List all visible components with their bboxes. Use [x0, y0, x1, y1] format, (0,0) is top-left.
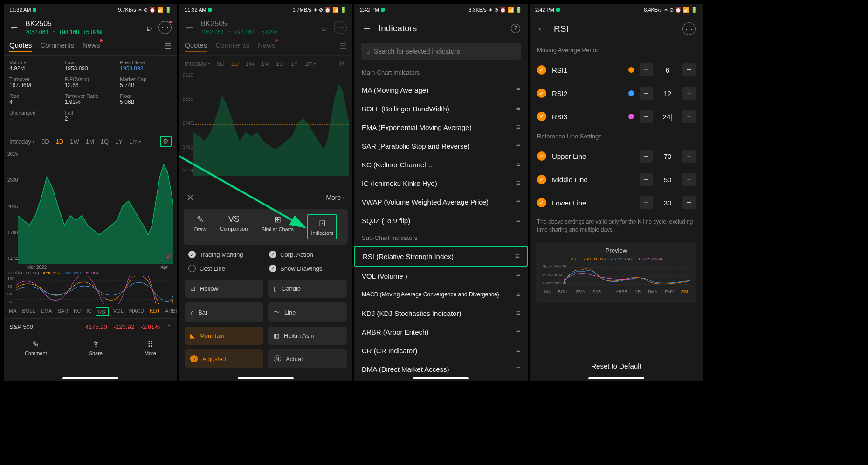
home-bar[interactable]: [62, 377, 118, 379]
minus-button[interactable]: −: [640, 173, 653, 186]
home-bar[interactable]: [238, 377, 294, 379]
indicator-item[interactable]: RSI (Relative Strength Index)≡: [354, 246, 528, 267]
check-icon[interactable]: ✓: [537, 89, 546, 98]
timeframe-5d[interactable]: 5D: [217, 60, 225, 67]
check-icon[interactable]: ✓: [537, 65, 546, 75]
minus-button[interactable]: −: [640, 110, 653, 123]
minus-button[interactable]: −: [640, 87, 653, 100]
search-icon[interactable]: ⌕: [146, 22, 152, 33]
indicator-item[interactable]: KDJ (KDJ Stochastics Indicator)≡: [354, 304, 528, 322]
type-candle[interactable]: ▯Candle: [268, 280, 347, 298]
drag-icon[interactable]: ≡: [516, 216, 520, 225]
plus-button[interactable]: +: [682, 110, 696, 123]
drag-icon[interactable]: ≡: [516, 309, 520, 317]
more-icon[interactable]: ⋯: [682, 22, 696, 35]
color-dot[interactable]: [628, 90, 634, 96]
close-icon[interactable]: ✕: [186, 192, 194, 203]
minus-button[interactable]: −: [640, 63, 653, 76]
indicator-item[interactable]: ARBR (Arbor Entech)≡: [354, 322, 528, 341]
type-bar[interactable]: ⫯Bar: [185, 302, 263, 322]
nav-share[interactable]: ⇪Share: [89, 339, 103, 356]
back-icon[interactable]: ←: [185, 21, 195, 34]
indicator-item[interactable]: VOL (Volume )≡: [354, 267, 528, 285]
plus-button[interactable]: +: [682, 150, 696, 163]
tab-quotes[interactable]: Quotes: [9, 39, 32, 52]
tab-news[interactable]: News: [83, 39, 100, 52]
home-bar[interactable]: [588, 377, 644, 379]
drag-icon[interactable]: ≡: [516, 123, 520, 131]
indicator-tab-kdj[interactable]: KDJ: [148, 307, 161, 316]
chart-settings-icon[interactable]: ⚙: [337, 59, 347, 68]
indicator-item[interactable]: KC (Keltner Channel…≡: [354, 155, 528, 174]
minus-button[interactable]: −: [640, 196, 653, 209]
timeframe-1w[interactable]: 1W: [70, 138, 79, 145]
timeframe-1q[interactable]: 1Q: [276, 60, 284, 67]
indicator-item[interactable]: BOLL (Bollinger BandWidth)≡: [354, 99, 528, 118]
timeframe-intraday[interactable]: Intraday: [9, 138, 35, 145]
check-drawings[interactable]: ✓Show Drawings: [269, 265, 343, 272]
tool-similar[interactable]: ⊞Similar Charts: [262, 214, 294, 239]
timeframe-1q[interactable]: 1Q: [101, 138, 109, 145]
indicator-tab-boll[interactable]: BOLL: [21, 307, 37, 316]
expand-chevron[interactable]: ⌃: [4, 126, 177, 133]
timeframe-1m[interactable]: 1m: [304, 60, 317, 67]
indicator-item[interactable]: CR (CR Indicator)≡: [354, 341, 528, 360]
nav-comment[interactable]: ✎Comment: [25, 339, 47, 356]
plus-button[interactable]: +: [682, 196, 696, 209]
reset-button[interactable]: Reset to Default: [536, 356, 696, 376]
indicator-tab-vol[interactable]: VOL: [112, 307, 125, 316]
timeframe-1y[interactable]: 1Y: [290, 60, 298, 67]
type-actual[interactable]: NActual: [268, 349, 347, 368]
check-icon[interactable]: ✓: [537, 198, 546, 207]
tab-comments[interactable]: Comments: [40, 39, 74, 52]
drag-icon[interactable]: ≡: [516, 160, 520, 169]
indicator-tab-kc[interactable]: KC: [72, 307, 82, 316]
check-icon[interactable]: ✓: [537, 175, 546, 184]
back-icon[interactable]: ←: [9, 21, 20, 34]
check-icon[interactable]: ✓: [537, 151, 546, 161]
indicator-tab-arbr[interactable]: ARBR: [164, 307, 177, 316]
drag-icon[interactable]: ≡: [516, 290, 520, 299]
color-dot[interactable]: [628, 67, 634, 73]
indicator-item[interactable]: SAR (Parabolic Stop and Reverse)≡: [354, 137, 528, 155]
type-mountain[interactable]: ◣Mountain: [185, 327, 263, 345]
timeframe-1m[interactable]: 1m: [129, 138, 141, 145]
type-hollow[interactable]: ⊡Hollow: [185, 280, 263, 298]
search-icon[interactable]: ⌕: [322, 22, 327, 33]
help-icon[interactable]: ?: [511, 24, 520, 33]
indicator-tab-rsi[interactable]: RSI: [96, 307, 109, 316]
more-icon[interactable]: ⋯: [158, 21, 172, 34]
search-input[interactable]: ⌕ Search for selected indicators: [361, 43, 521, 60]
bottom-ticker[interactable]: S&P 500 4175.20 -120.92 -2.81% ⌃: [4, 318, 177, 335]
indicator-item[interactable]: VWAP (Volume Weighted Average Price)≡: [354, 192, 528, 211]
timeframe-1y[interactable]: 1Y: [115, 138, 123, 145]
price-chart[interactable]: 26152330204517601474: [179, 71, 352, 183]
more-link[interactable]: More›: [326, 194, 345, 201]
chart-settings-icon[interactable]: ⚙: [160, 136, 172, 147]
more-icon[interactable]: ⋯: [334, 21, 347, 34]
back-icon[interactable]: ←: [362, 22, 372, 34]
indicator-tab-ma[interactable]: MA: [7, 307, 18, 316]
indicator-item[interactable]: IC (Ichimoku Kinko Hyo)≡: [354, 174, 528, 192]
tool-comparison[interactable]: VSComparison: [220, 214, 248, 239]
price-chart[interactable]: 26152330204517601474 ⤢ Mar 2022Apr: [4, 150, 177, 271]
drag-icon[interactable]: ≡: [516, 142, 520, 150]
timeframe-1m[interactable]: 1M: [86, 138, 94, 145]
color-dot[interactable]: [628, 114, 634, 119]
indicator-item[interactable]: MACD (Moving Average Convergence and Div…: [354, 285, 528, 304]
timeframe-1m[interactable]: 1M: [261, 60, 269, 67]
tool-draw[interactable]: ✎Draw: [194, 214, 207, 239]
nav-more[interactable]: ⠿More: [145, 339, 156, 356]
type-line[interactable]: 〜Line: [268, 302, 347, 322]
indicator-item[interactable]: EMA (Exponential Moving Average)≡: [354, 118, 528, 137]
timeframe-1d[interactable]: 1D: [231, 60, 239, 67]
timeframe-1d[interactable]: 1D: [56, 138, 64, 145]
indicator-item[interactable]: SQJZ (To 9 flip)≡: [354, 211, 528, 230]
type-heikin[interactable]: ◧Heikin Ashi: [268, 327, 347, 345]
check-trading[interactable]: ✓Trading Marking: [188, 251, 262, 258]
drag-icon[interactable]: ≡: [516, 198, 520, 206]
drag-icon[interactable]: ≡: [516, 272, 520, 280]
drag-icon[interactable]: ≡: [516, 179, 520, 187]
home-bar[interactable]: [413, 377, 469, 379]
menu-icon[interactable]: ☰: [164, 41, 172, 51]
